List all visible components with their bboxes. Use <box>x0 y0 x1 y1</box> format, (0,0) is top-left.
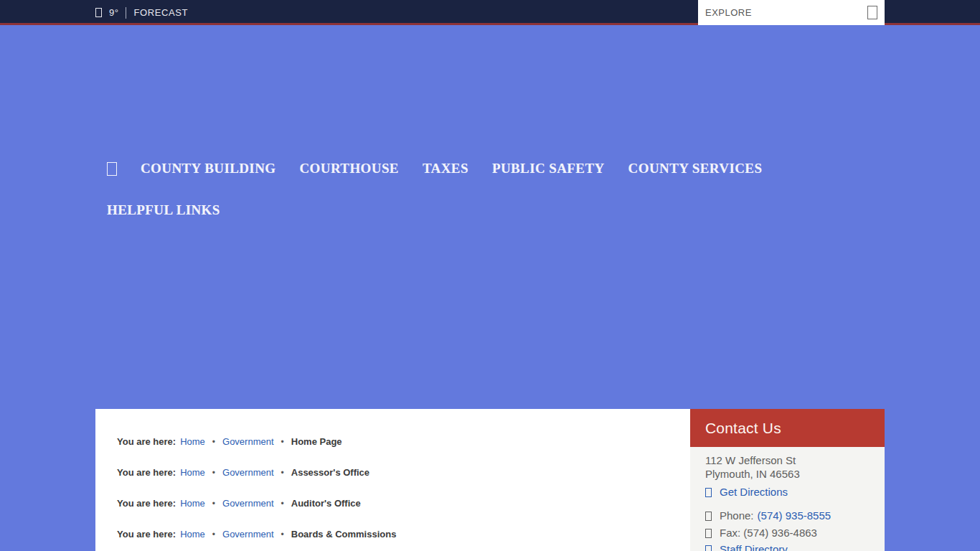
contact-address-line1: 112 W Jefferson St <box>705 453 885 467</box>
breadcrumb-link-home[interactable]: Home <box>180 467 205 478</box>
breadcrumb-prefix: You are here: <box>117 498 176 509</box>
breadcrumb-current-page: Boards & Commissions <box>291 529 397 540</box>
contact-us-title: Contact Us <box>705 420 781 437</box>
nav-item-county-building[interactable]: COUNTY BUILDING <box>141 161 275 176</box>
breadcrumb-current-page: Home Page <box>291 436 342 447</box>
breadcrumb-separator: • <box>281 499 284 509</box>
breadcrumb-link-home[interactable]: Home <box>180 529 205 540</box>
breadcrumb: You are here: Home • Government • Boards… <box>117 529 690 540</box>
explore-search-label: EXPLORE <box>705 7 867 18</box>
breadcrumb-link-government[interactable]: Government <box>222 467 274 478</box>
contact-us-header: Contact Us <box>690 409 885 447</box>
staff-directory-icon <box>705 545 712 551</box>
breadcrumb-separator: • <box>212 499 215 509</box>
nav-item-courthouse[interactable]: COURTHOUSE <box>299 161 398 176</box>
breadcrumb-link-government[interactable]: Government <box>222 498 274 509</box>
breadcrumb-prefix: You are here: <box>117 529 176 540</box>
top-bar: 9° FORECAST EXPLORE <box>0 0 980 25</box>
main-navigation: COUNTY BUILDING COURTHOUSE TAXES PUBLIC … <box>107 161 853 218</box>
breadcrumb: You are here: Home • Government • Audito… <box>117 498 690 509</box>
weather-icon <box>95 8 102 17</box>
contact-address-line2: Plymouth, IN 46563 <box>705 467 885 481</box>
fax-row: Fax: (574) 936-4863 <box>705 527 885 540</box>
phone-icon <box>705 512 712 521</box>
breadcrumb-separator: • <box>281 468 284 478</box>
fax-icon <box>705 529 712 538</box>
nav-home-link[interactable] <box>107 162 117 176</box>
breadcrumb: You are here: Home • Government • Assess… <box>117 467 690 478</box>
main-content-panel: You are here: Home • Government • Home P… <box>95 409 690 551</box>
weather-divider <box>126 7 126 19</box>
get-directions-row: Get Directions <box>705 486 885 499</box>
breadcrumb: You are here: Home • Government • Home P… <box>117 436 690 447</box>
get-directions-link[interactable]: Get Directions <box>720 486 788 499</box>
breadcrumb-link-government[interactable]: Government <box>222 436 274 447</box>
breadcrumb-current-page: Assessor's Office <box>291 467 369 478</box>
breadcrumb-prefix: You are here: <box>117 467 176 478</box>
breadcrumb-prefix: You are here: <box>117 436 176 447</box>
phone-label: Phone: <box>720 509 754 522</box>
nav-item-taxes[interactable]: TAXES <box>423 161 468 176</box>
nav-item-helpful-links[interactable]: HELPFUL LINKS <box>107 202 220 218</box>
nav-item-public-safety[interactable]: PUBLIC SAFETY <box>492 161 605 176</box>
breadcrumb-current-page: Auditor's Office <box>291 498 361 509</box>
home-icon <box>107 162 117 176</box>
explore-search-box[interactable]: EXPLORE <box>698 0 885 25</box>
contact-us-panel: Contact Us 112 W Jefferson St Plymouth, … <box>690 409 885 551</box>
phone-row: Phone: (574) 935-8555 <box>705 509 885 522</box>
breadcrumb-separator: • <box>212 437 215 447</box>
weather-widget: 9° FORECAST <box>95 0 188 25</box>
staff-directory-row: Staff Directory <box>705 543 885 551</box>
forecast-link[interactable]: FORECAST <box>133 7 188 18</box>
phone-number-link[interactable]: (574) 935-8555 <box>758 509 831 522</box>
temperature-value: 9° <box>109 7 118 18</box>
breadcrumb-separator: • <box>281 437 284 447</box>
contact-us-body: 112 W Jefferson St Plymouth, IN 46563 Ge… <box>690 447 885 551</box>
breadcrumb-link-home[interactable]: Home <box>180 498 205 509</box>
breadcrumb-separator: • <box>281 529 284 540</box>
search-icon[interactable] <box>867 6 877 19</box>
fax-text: Fax: (574) 936-4863 <box>720 527 817 540</box>
nav-item-county-services[interactable]: COUNTY SERVICES <box>628 161 763 176</box>
breadcrumb-link-home[interactable]: Home <box>180 436 205 447</box>
breadcrumb-link-government[interactable]: Government <box>222 529 274 540</box>
staff-directory-link[interactable]: Staff Directory <box>720 543 788 551</box>
directions-icon <box>705 488 712 497</box>
breadcrumb-separator: • <box>212 468 215 478</box>
breadcrumb-separator: • <box>212 529 215 540</box>
